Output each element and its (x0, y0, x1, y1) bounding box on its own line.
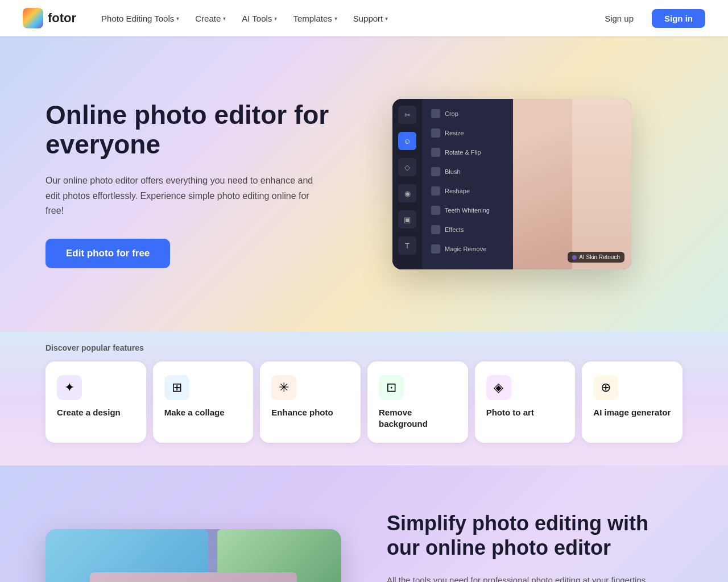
enhance-photo-icon: ✳ (271, 375, 296, 400)
chevron-down-icon: ▾ (176, 15, 179, 22)
editor-sidebar: ✂ ☺ ◇ ◉ ▣ T (392, 99, 422, 269)
enhance-photo-label: Enhance photo (271, 407, 333, 418)
nav-item-ai-tools[interactable]: AI Tools ▾ (235, 9, 284, 28)
hero-image-area: ✂ ☺ ◇ ◉ ▣ T Crop Resize Rotate & Flip (330, 76, 728, 292)
ai-badge-dot (572, 255, 577, 260)
discover-label: Discover popular features (46, 343, 682, 352)
discover-section: Discover popular features ✦ Create a des… (0, 332, 728, 465)
make-collage-label: Make a collage (164, 407, 225, 418)
panel-item-rotate[interactable]: Rotate & Flip (427, 144, 508, 160)
ai-skin-retouch-badge: AI Skin Retouch (568, 252, 624, 263)
hero-content: Online photo editor for everyone Our onl… (0, 66, 330, 303)
ai-image-generator-icon: ⊕ (593, 375, 618, 400)
collage-photo-portrait (90, 572, 297, 582)
panel-icon-blush (431, 167, 440, 176)
create-design-icon: ✦ (57, 375, 82, 400)
text-sidebar-icon[interactable]: T (398, 236, 416, 255)
nav-left: fotor Photo Editing Tools ▾ Create ▾ AI … (23, 8, 395, 28)
hero-title: Online photo editor for everyone (46, 100, 330, 160)
editor-mockup: ✂ ☺ ◇ ◉ ▣ T Crop Resize Rotate & Flip (392, 99, 631, 269)
editor-panel: Crop Resize Rotate & Flip Blush Reshape (422, 99, 513, 269)
nav-right: Sign up Sign in (593, 9, 705, 28)
frame-sidebar-icon[interactable]: ▣ (398, 210, 416, 228)
eye-sidebar-icon[interactable]: ◉ (398, 184, 416, 202)
photo-to-art-label: Photo to art (486, 407, 534, 418)
nav-item-create[interactable]: Create ▾ (188, 9, 233, 28)
chevron-down-icon: ▾ (385, 15, 388, 22)
panel-icon-reshape (431, 186, 440, 196)
simplify-intro: All the tools you need for professional … (387, 573, 682, 582)
hero-description: Our online photo editor offers everythin… (46, 173, 318, 218)
logo[interactable]: fotor (23, 8, 76, 28)
navbar: fotor Photo Editing Tools ▾ Create ▾ AI … (0, 0, 728, 36)
editor-canvas: AI Skin Retouch (513, 99, 631, 269)
panel-item-blush[interactable]: Blush (427, 164, 508, 180)
panel-icon-effects (431, 225, 440, 234)
face-light-overlay (572, 99, 631, 269)
shape-sidebar-icon[interactable]: ◇ (398, 158, 416, 176)
hero-section: Online photo editor for everyone Our onl… (0, 36, 728, 332)
panel-icon-teeth (431, 206, 440, 215)
hero-cta-button[interactable]: Edit photo for free (46, 239, 170, 268)
signup-button[interactable]: Sign up (593, 9, 645, 28)
remove-background-label: Remove background (379, 407, 457, 429)
photo-collage (46, 529, 341, 582)
signin-button[interactable]: Sign in (652, 9, 705, 28)
panel-icon-resize (431, 128, 440, 138)
panel-item-resize[interactable]: Resize (427, 125, 508, 141)
feature-card-create-design[interactable]: ✦ Create a design (46, 361, 146, 443)
simplify-text-area: Simplify photo editing with our online p… (387, 511, 682, 582)
nav-menu: Photo Editing Tools ▾ Create ▾ AI Tools … (94, 9, 395, 28)
face-canvas-bg (513, 99, 631, 269)
panel-icon-magic (431, 244, 440, 253)
feature-card-enhance-photo[interactable]: ✳ Enhance photo (260, 361, 361, 443)
panel-item-reshape[interactable]: Reshape (427, 183, 508, 199)
crop-sidebar-icon[interactable]: ✂ (398, 106, 416, 124)
panel-item-crop[interactable]: Crop (427, 106, 508, 122)
panel-icon-crop (431, 109, 440, 118)
simplify-image-area: Freeform 1:1 3:4 16:9 (46, 529, 341, 582)
simplify-title: Simplify photo editing with our online p… (387, 511, 682, 560)
photo-to-art-icon: ◈ (486, 375, 511, 400)
chevron-down-icon: ▾ (274, 15, 277, 22)
panel-icon-rotate (431, 148, 440, 157)
features-grid: ✦ Create a design ⊞ Make a collage ✳ Enh… (46, 361, 682, 443)
logo-icon (23, 8, 43, 28)
nav-item-photo-editing-tools[interactable]: Photo Editing Tools ▾ (94, 9, 186, 28)
remove-background-icon: ⊡ (379, 375, 404, 400)
feature-card-make-collage[interactable]: ⊞ Make a collage (153, 361, 254, 443)
feature-card-remove-background[interactable]: ⊡ Remove background (367, 361, 468, 443)
nav-item-support[interactable]: Support ▾ (346, 9, 395, 28)
create-design-label: Create a design (57, 407, 121, 418)
face-sidebar-icon[interactable]: ☺ (398, 132, 416, 150)
make-collage-icon: ⊞ (164, 375, 189, 400)
panel-item-magic-remove[interactable]: Magic Remove (427, 241, 508, 257)
nav-item-templates[interactable]: Templates ▾ (286, 9, 344, 28)
panel-item-teeth[interactable]: Teeth Whitening (427, 202, 508, 218)
chevron-down-icon: ▾ (223, 15, 226, 22)
simplify-mockup-image: Freeform 1:1 3:4 16:9 (46, 529, 341, 582)
ai-image-generator-label: AI image generator (593, 407, 671, 418)
simplify-section: Freeform 1:1 3:4 16:9 Simplify photo edi… (0, 465, 728, 582)
logo-text: fotor (48, 11, 76, 26)
feature-card-ai-image-generator[interactable]: ⊕ AI image generator (582, 361, 682, 443)
chevron-down-icon: ▾ (334, 15, 337, 22)
panel-item-effects[interactable]: Effects (427, 222, 508, 238)
feature-card-photo-to-art[interactable]: ◈ Photo to art (475, 361, 576, 443)
